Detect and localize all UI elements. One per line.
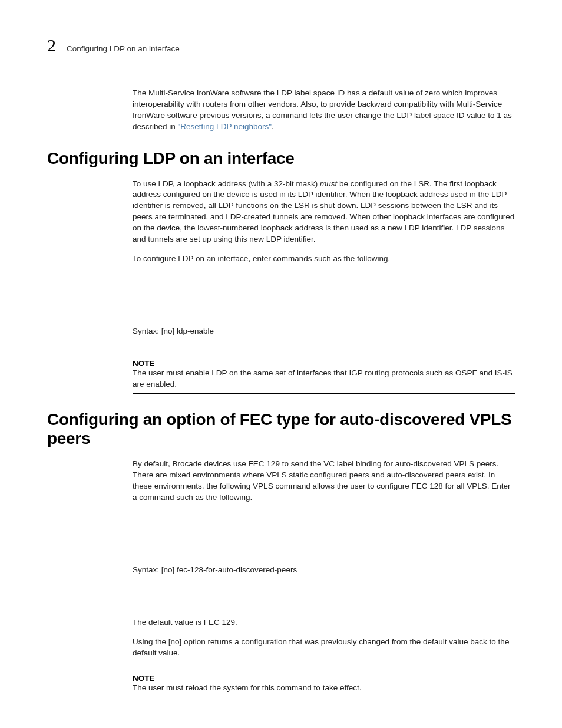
spacer: [133, 594, 515, 617]
section2-paragraph-3: Using the [no] option returns a configur…: [133, 637, 515, 659]
note-box-1: NOTE The user must enable LDP on the sam…: [133, 355, 515, 394]
resetting-ldp-neighbors-link[interactable]: "Resetting LDP neighbors": [178, 122, 272, 131]
syntax-ldp-enable: Syntax: [no] ldp-enable: [133, 326, 515, 337]
section-heading-fec-type: Configuring an option of FEC type for au…: [47, 410, 515, 448]
section1-paragraph-2: To configure LDP on an interface, enter …: [133, 253, 515, 265]
spacer: [133, 273, 515, 308]
note-text: The user must reload the system for this…: [133, 683, 515, 694]
document-page: 2 Configuring LDP on an interface The Mu…: [0, 0, 562, 728]
s1p1-must: must: [320, 179, 337, 188]
running-title: Configuring LDP on an interface: [67, 44, 180, 53]
section1-paragraph-1: To use LDP, a loopback address (with a 3…: [133, 179, 515, 245]
note-box-2: NOTE The user must reload the system for…: [133, 670, 515, 698]
intro-block: The Multi-Service IronWare software the …: [133, 88, 515, 133]
section1-body: To use LDP, a loopback address (with a 3…: [133, 179, 515, 394]
s1p1-text-a: To use LDP, a loopback address (with a 3…: [133, 179, 320, 188]
section-heading-configuring-ldp: Configuring LDP on an interface: [47, 149, 515, 168]
note-label: NOTE: [133, 674, 515, 683]
intro-text-after: .: [272, 122, 274, 131]
section2-body: By default, Brocade devices use FEC 129 …: [133, 459, 515, 697]
s1p1-text-b: be configured on the LSR. The first loop…: [133, 179, 514, 243]
intro-paragraph: The Multi-Service IronWare software the …: [133, 88, 515, 133]
syntax-fec-128: Syntax: [no] fec-128-for-auto-discovered…: [133, 565, 515, 576]
section2-paragraph-2: The default value is FEC 129.: [133, 617, 515, 628]
chapter-number: 2: [47, 35, 56, 55]
section2-paragraph-1: By default, Brocade devices use FEC 129 …: [133, 459, 515, 503]
note-text: The user must enable LDP on the same set…: [133, 368, 515, 390]
spacer: [133, 512, 515, 547]
running-header: 2 Configuring LDP on an interface: [47, 35, 515, 55]
note-label: NOTE: [133, 359, 515, 368]
